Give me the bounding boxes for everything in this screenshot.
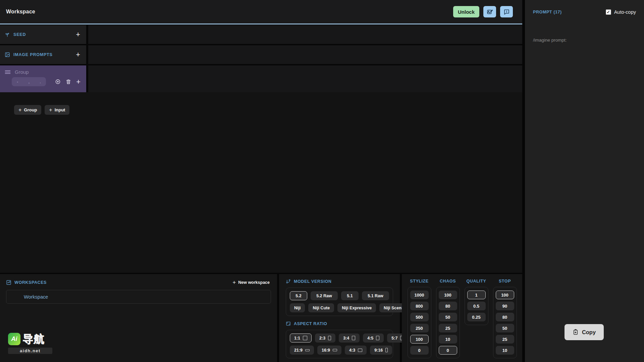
group-node[interactable]: Group - , . xyxy=(0,65,86,92)
chaos-option[interactable]: 80 xyxy=(439,302,457,310)
model-version-row: 5.25.2 Raw5.15.1 Raw xyxy=(290,291,389,300)
workspaces-header: WORKSPACES xyxy=(6,280,47,285)
aspect-ratio-option-label: 16:9 xyxy=(322,348,330,353)
aspect-ratio-option[interactable]: 21:9 xyxy=(290,346,314,355)
feedback-bubble-icon xyxy=(503,9,510,15)
plus-icon: + xyxy=(18,107,21,113)
stop-option[interactable]: 80 xyxy=(496,313,514,321)
auto-copy-toggle[interactable]: ✓ Auto-copy xyxy=(606,9,636,15)
image-prompts-label: IMAGE PROMPTS xyxy=(13,52,53,57)
image-edit-icon xyxy=(487,9,493,15)
stop-option[interactable]: 90 xyxy=(496,302,514,310)
ratio-shape-icon xyxy=(305,349,310,351)
app-window: Workspace Unlock xyxy=(0,0,644,362)
model-version-option[interactable]: 5.2 Raw xyxy=(311,291,338,300)
stop-option[interactable]: 50 xyxy=(496,324,514,332)
visibility-eye-icon[interactable] xyxy=(55,79,61,85)
aspect-ratio-option-label: 1:1 xyxy=(294,336,300,341)
chaos-option[interactable]: 25 xyxy=(439,324,457,332)
group-value-field[interactable]: - , . xyxy=(12,77,46,86)
seed-row: SEED + xyxy=(0,25,522,44)
model-version-option-label: Niji xyxy=(294,306,301,310)
unlock-button[interactable]: Unlock xyxy=(453,6,479,17)
aspect-ratio-option-label: 2:3 xyxy=(319,336,325,341)
ratio-shape-icon xyxy=(303,336,307,340)
chaos-option[interactable]: 100 xyxy=(439,291,457,299)
export-image-button[interactable] xyxy=(483,6,496,17)
aspect-ratio-option-label: 3:4 xyxy=(343,336,349,341)
aspect-ratio-option[interactable]: 3:4 xyxy=(339,333,360,343)
feedback-button[interactable] xyxy=(500,6,513,17)
model-version-option[interactable]: 5.1 xyxy=(341,291,359,300)
model-version-options: 5.25.2 Raw5.15.1 RawNijiNiji CuteNiji Ex… xyxy=(286,288,393,316)
stop-header: STOP xyxy=(499,279,511,283)
image-prompts-node[interactable]: IMAGE PROMPTS + xyxy=(0,45,86,64)
imagine-prompt-text[interactable]: /imagine prompt: xyxy=(533,38,636,43)
workspaces-header-row: WORKSPACES + New workspace xyxy=(6,279,271,285)
new-workspace-label: New workspace xyxy=(238,280,270,285)
chaos-option[interactable]: 10 xyxy=(439,335,457,344)
model-version-option[interactable]: Niji xyxy=(290,303,305,312)
add-seed-button[interactable]: + xyxy=(74,31,82,38)
copy-button[interactable]: Copy xyxy=(565,324,604,340)
add-image-prompt-button[interactable]: + xyxy=(74,51,82,58)
aspect-ratio-option[interactable]: 1:1 xyxy=(290,333,312,343)
watermark-logo-row: Ai 导航 xyxy=(8,333,52,345)
model-version-option[interactable]: 5.1 Raw xyxy=(362,291,389,300)
canvas-add-actions: + Group + Input xyxy=(14,105,522,115)
stop-option[interactable]: 25 xyxy=(496,335,514,344)
drag-handle-icon[interactable] xyxy=(4,70,11,74)
aspect-ratio-option[interactable]: 2:3 xyxy=(315,333,335,343)
chaos-option[interactable]: 50 xyxy=(439,313,457,321)
group-header: Group xyxy=(4,69,82,75)
stylize-option[interactable]: 0 xyxy=(410,346,429,355)
stylize-option[interactable]: 100 xyxy=(410,335,429,344)
ratio-shape-icon xyxy=(376,336,379,340)
node-rows: SEED + IMAGE PROMPTS + xyxy=(0,24,522,92)
model-version-option[interactable]: 5.2 xyxy=(290,291,307,300)
stylize-option[interactable]: 1000 xyxy=(410,291,429,299)
model-version-option[interactable]: Niji Cute xyxy=(308,303,334,312)
plus-icon: + xyxy=(232,279,236,285)
auto-copy-checkbox[interactable]: ✓ xyxy=(606,9,611,15)
quality-option[interactable]: 1 xyxy=(467,291,486,299)
node-canvas[interactable]: SEED + IMAGE PROMPTS + xyxy=(0,24,522,273)
chaos-options: 100805025100 xyxy=(436,287,460,358)
workspace-list: Workspace xyxy=(6,290,271,304)
seed-node[interactable]: SEED + xyxy=(0,25,86,44)
delete-trash-icon[interactable] xyxy=(66,79,71,85)
bottom-panel: WORKSPACES + New workspace Workspace Ai … xyxy=(0,273,522,362)
stop-option[interactable]: 10 xyxy=(496,346,514,355)
quality-option[interactable]: 0.5 xyxy=(467,302,486,310)
stylize-option[interactable]: 250 xyxy=(410,324,429,332)
aspect-ratio-option[interactable]: 9:16 xyxy=(370,346,392,355)
add-input-button[interactable]: + Input xyxy=(45,105,69,115)
stylize-option[interactable]: 500 xyxy=(410,313,429,321)
add-input-label: Input xyxy=(55,107,65,112)
model-version-option[interactable]: Niji Expressive xyxy=(337,303,376,312)
quality-option[interactable]: 0.25 xyxy=(467,313,486,321)
watermark: Ai 导航 aidh.net xyxy=(8,333,52,354)
stop-option[interactable]: 100 xyxy=(496,291,514,299)
aspect-ratio-option[interactable]: 4:5 xyxy=(363,333,384,343)
copy-button-label: Copy xyxy=(582,329,596,335)
model-version-option-label: 5.2 Raw xyxy=(316,294,332,298)
aspect-ratio-option[interactable]: 4:3 xyxy=(345,346,367,355)
aspect-ratio-option-label: 5:7 xyxy=(391,336,397,341)
aspect-ratio-option[interactable]: 16:9 xyxy=(317,346,341,355)
new-workspace-button[interactable]: + New workspace xyxy=(232,279,270,285)
workspace-item[interactable]: Workspace xyxy=(6,290,271,304)
stylize-option[interactable]: 800 xyxy=(410,302,429,310)
left-region: Workspace Unlock xyxy=(0,0,522,362)
model-version-option-label: Niji Expressive xyxy=(342,306,372,310)
add-to-group-button[interactable]: + xyxy=(76,78,80,86)
model-version-option-label: Niji Cute xyxy=(313,306,330,310)
workspaces-chart-icon xyxy=(6,280,11,285)
group-name-input[interactable]: Group xyxy=(15,69,29,75)
model-version-label: MODEL VERSION xyxy=(294,279,331,284)
aspect-ratio-header: ASPECT RATIO xyxy=(286,321,393,326)
add-group-button[interactable]: + Group xyxy=(14,105,41,115)
aspect-ratio-option-label: 4:5 xyxy=(367,336,373,341)
chaos-option[interactable]: 0 xyxy=(439,346,457,355)
ratio-shape-icon xyxy=(333,349,337,351)
